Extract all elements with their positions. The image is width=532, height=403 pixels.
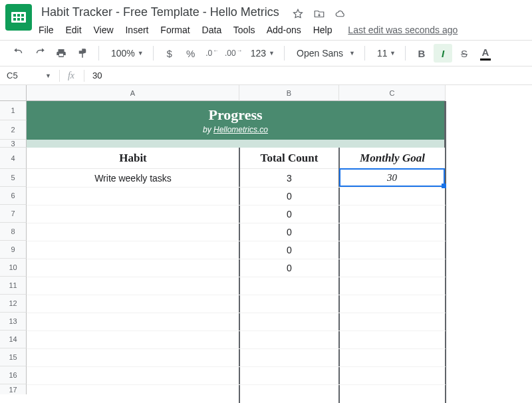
row-header[interactable]: 7 bbox=[0, 205, 27, 223]
document-title[interactable]: Habit Tracker - Free Template - Hello Me… bbox=[39, 4, 282, 21]
increase-decimal-button[interactable]: .00→ bbox=[224, 44, 243, 63]
fill-handle[interactable] bbox=[442, 184, 446, 188]
column-header-a[interactable]: A bbox=[27, 85, 239, 101]
select-all-corner[interactable] bbox=[0, 85, 27, 101]
row-header[interactable]: 17 bbox=[0, 384, 27, 394]
row-header[interactable]: 11 bbox=[0, 277, 27, 295]
last-edit-link[interactable]: Last edit was seconds ago bbox=[348, 25, 458, 35]
menu-edit[interactable]: Edit bbox=[65, 25, 81, 35]
toolbar-separator bbox=[405, 46, 406, 61]
row-header[interactable]: 13 bbox=[0, 313, 27, 331]
formula-bar: C5 ▼ fx 30 bbox=[0, 67, 532, 85]
spreadsheet-grid[interactable]: A B C 1 2 3 4 5 6 7 8 9 10 11 12 13 14 1… bbox=[0, 85, 532, 403]
menu-help[interactable]: Help bbox=[313, 25, 332, 35]
undo-button[interactable] bbox=[9, 44, 28, 63]
name-box[interactable]: C5 bbox=[7, 70, 44, 80]
row-header[interactable]: 14 bbox=[0, 331, 27, 348]
menu-tools[interactable]: Tools bbox=[233, 25, 255, 35]
row-header[interactable]: 8 bbox=[0, 223, 27, 241]
row-header[interactable]: 2 bbox=[0, 120, 27, 140]
header-total-count[interactable]: Total Count bbox=[239, 148, 339, 169]
column-header-c[interactable]: C bbox=[339, 85, 446, 101]
menu-bar: File Edit View Insert Format Data Tools … bbox=[39, 21, 532, 35]
row-header[interactable]: 10 bbox=[0, 259, 27, 277]
column-header-b[interactable]: B bbox=[239, 85, 339, 101]
bold-button[interactable]: B bbox=[412, 44, 431, 63]
print-button[interactable] bbox=[52, 44, 70, 63]
redo-button[interactable] bbox=[31, 44, 49, 63]
row-header[interactable]: 12 bbox=[0, 295, 27, 313]
name-box-dropdown-icon[interactable]: ▼ bbox=[45, 72, 51, 79]
row-header[interactable]: 3 bbox=[0, 140, 27, 148]
column-headers: A B C bbox=[27, 85, 446, 101]
paint-format-button[interactable] bbox=[73, 44, 92, 63]
menu-insert[interactable]: Insert bbox=[125, 25, 148, 35]
header-habit[interactable]: Habit bbox=[27, 148, 239, 169]
toolbar-separator bbox=[284, 46, 285, 61]
row-header[interactable]: 9 bbox=[0, 241, 27, 259]
format-currency-button[interactable]: $ bbox=[160, 44, 179, 63]
menu-data[interactable]: Data bbox=[202, 25, 222, 35]
menu-format[interactable]: Format bbox=[160, 25, 190, 35]
row-header[interactable]: 15 bbox=[0, 348, 27, 366]
fx-icon: fx bbox=[68, 70, 74, 81]
format-percent-button[interactable]: % bbox=[182, 44, 200, 63]
font-size-select[interactable]: 11▼ bbox=[372, 45, 398, 62]
more-formats-select[interactable]: 123▼ bbox=[245, 45, 277, 62]
sheet-title: Progress bbox=[208, 106, 262, 124]
row-header[interactable]: 5 bbox=[0, 169, 27, 187]
italic-button[interactable]: I bbox=[434, 44, 452, 63]
spacer-row[interactable] bbox=[27, 140, 446, 148]
cloud-status-icon[interactable] bbox=[334, 8, 346, 22]
text-color-button[interactable]: A bbox=[476, 44, 495, 63]
title-bar: Habit Tracker - Free Template - Hello Me… bbox=[0, 0, 532, 40]
row-header[interactable]: 16 bbox=[0, 366, 27, 384]
formula-input[interactable]: 30 bbox=[92, 70, 102, 80]
row-header[interactable]: 1 bbox=[0, 101, 27, 120]
decrease-decimal-button[interactable]: .0← bbox=[203, 44, 221, 63]
toolbar: 100%▼ $ % .0← .00→ 123▼ Open Sans▼ 11▼ B… bbox=[0, 40, 532, 67]
menu-addons[interactable]: Add-ons bbox=[267, 25, 301, 35]
cells-area[interactable]: Progress by Hellometrics.co Habit Total … bbox=[27, 101, 532, 403]
star-icon[interactable] bbox=[292, 8, 304, 22]
menu-view[interactable]: View bbox=[93, 25, 113, 35]
toolbar-separator bbox=[153, 46, 154, 61]
selected-cell[interactable]: 30 bbox=[339, 168, 445, 187]
sheets-logo-icon[interactable] bbox=[5, 4, 32, 31]
row-header[interactable]: 6 bbox=[0, 187, 27, 205]
zoom-select[interactable]: 100%▼ bbox=[106, 45, 146, 62]
row-headers: 1 2 3 4 5 6 7 8 9 10 11 12 13 14 15 16 1… bbox=[0, 101, 27, 403]
row-header[interactable]: 4 bbox=[0, 148, 27, 169]
header-monthly-goal[interactable]: Monthly Goal bbox=[339, 148, 446, 169]
toolbar-separator bbox=[364, 46, 365, 61]
strikethrough-button[interactable]: S bbox=[455, 44, 473, 63]
cell-c5[interactable]: 30 bbox=[340, 170, 444, 186]
move-icon[interactable] bbox=[313, 8, 325, 22]
toolbar-separator bbox=[98, 46, 99, 61]
title-merged-cell[interactable]: Progress by Hellometrics.co bbox=[27, 101, 446, 140]
menu-file[interactable]: File bbox=[39, 25, 54, 35]
font-family-select[interactable]: Open Sans▼ bbox=[291, 45, 358, 62]
sheet-subtitle: by Hellometrics.co bbox=[203, 125, 268, 134]
